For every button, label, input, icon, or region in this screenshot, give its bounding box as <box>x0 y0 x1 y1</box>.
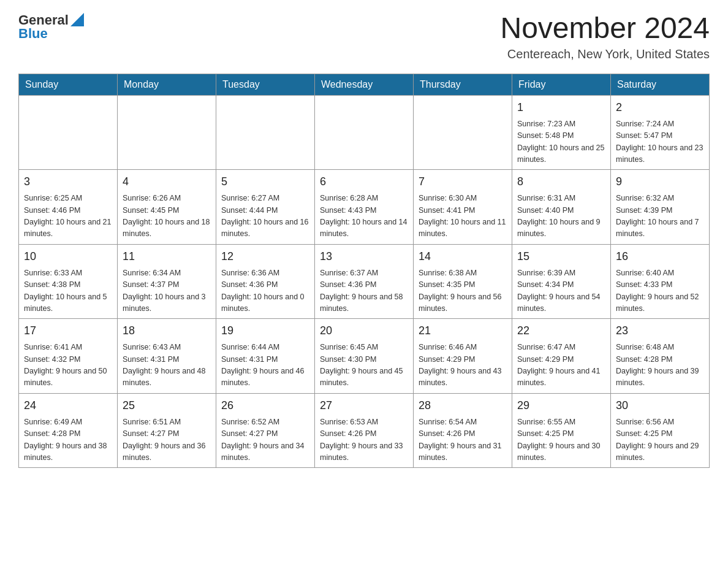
day-number: 2 <box>616 99 704 116</box>
column-header-wednesday: Wednesday <box>315 74 414 95</box>
calendar-cell: 30Sunrise: 6:56 AM Sunset: 4:25 PM Dayli… <box>611 393 710 468</box>
day-number: 10 <box>24 248 112 265</box>
day-number: 26 <box>221 397 309 414</box>
calendar-cell: 7Sunrise: 6:30 AM Sunset: 4:41 PM Daylig… <box>414 170 512 245</box>
calendar-cell: 18Sunrise: 6:43 AM Sunset: 4:31 PM Dayli… <box>118 319 216 394</box>
day-info: Sunrise: 6:34 AM Sunset: 4:37 PM Dayligh… <box>123 267 211 315</box>
day-number: 23 <box>616 323 704 339</box>
day-info: Sunrise: 6:31 AM Sunset: 4:40 PM Dayligh… <box>517 193 605 240</box>
day-info: Sunrise: 6:38 AM Sunset: 4:35 PM Dayligh… <box>419 267 507 315</box>
day-number: 19 <box>221 323 309 339</box>
day-info: Sunrise: 6:44 AM Sunset: 4:31 PM Dayligh… <box>221 342 309 389</box>
day-info: Sunrise: 6:36 AM Sunset: 4:36 PM Dayligh… <box>221 267 309 315</box>
day-info: Sunrise: 6:28 AM Sunset: 4:43 PM Dayligh… <box>320 193 408 240</box>
calendar-cell: 2Sunrise: 7:24 AM Sunset: 5:47 PM Daylig… <box>611 95 710 170</box>
calendar-week-row: 1Sunrise: 7:23 AM Sunset: 5:48 PM Daylig… <box>19 95 710 170</box>
day-info: Sunrise: 7:24 AM Sunset: 5:47 PM Dayligh… <box>616 118 704 166</box>
calendar-week-row: 3Sunrise: 6:25 AM Sunset: 4:46 PM Daylig… <box>19 170 710 245</box>
day-number: 20 <box>320 323 408 339</box>
day-info: Sunrise: 6:53 AM Sunset: 4:26 PM Dayligh… <box>320 416 408 464</box>
calendar-cell <box>19 95 118 170</box>
logo-blue-text: Blue <box>18 26 84 42</box>
day-number: 22 <box>517 323 605 339</box>
day-number: 27 <box>320 397 408 414</box>
day-info: Sunrise: 6:49 AM Sunset: 4:28 PM Dayligh… <box>24 416 112 464</box>
calendar-cell <box>216 95 315 170</box>
column-header-thursday: Thursday <box>414 74 512 95</box>
day-info: Sunrise: 6:30 AM Sunset: 4:41 PM Dayligh… <box>419 193 507 240</box>
calendar-cell: 28Sunrise: 6:54 AM Sunset: 4:26 PM Dayli… <box>414 393 512 468</box>
logo: General Blue <box>18 12 84 42</box>
column-header-tuesday: Tuesday <box>216 74 315 95</box>
day-number: 6 <box>320 174 408 190</box>
calendar-header-row: SundayMondayTuesdayWednesdayThursdayFrid… <box>19 74 710 95</box>
day-number: 13 <box>320 248 408 265</box>
day-info: Sunrise: 6:51 AM Sunset: 4:27 PM Dayligh… <box>123 416 211 464</box>
day-info: Sunrise: 6:37 AM Sunset: 4:36 PM Dayligh… <box>320 267 408 315</box>
day-number: 5 <box>221 174 309 190</box>
day-info: Sunrise: 7:23 AM Sunset: 5:48 PM Dayligh… <box>517 118 605 166</box>
day-number: 25 <box>123 397 211 414</box>
day-number: 3 <box>24 174 112 190</box>
calendar-cell: 22Sunrise: 6:47 AM Sunset: 4:29 PM Dayli… <box>512 319 611 394</box>
day-number: 15 <box>517 248 605 265</box>
calendar-cell: 17Sunrise: 6:41 AM Sunset: 4:32 PM Dayli… <box>19 319 118 394</box>
svg-marker-0 <box>70 13 84 26</box>
day-number: 30 <box>616 397 704 414</box>
calendar-week-row: 17Sunrise: 6:41 AM Sunset: 4:32 PM Dayli… <box>19 319 710 394</box>
day-number: 9 <box>616 174 704 190</box>
day-info: Sunrise: 6:47 AM Sunset: 4:29 PM Dayligh… <box>517 342 605 389</box>
day-number: 12 <box>221 248 309 265</box>
day-info: Sunrise: 6:26 AM Sunset: 4:45 PM Dayligh… <box>123 193 211 240</box>
day-number: 11 <box>123 248 211 265</box>
calendar-cell: 16Sunrise: 6:40 AM Sunset: 4:33 PM Dayli… <box>611 244 710 319</box>
day-number: 4 <box>123 174 211 190</box>
calendar-week-row: 10Sunrise: 6:33 AM Sunset: 4:38 PM Dayli… <box>19 244 710 319</box>
page-header: General Blue November 2024 Centereach, N… <box>18 12 710 61</box>
calendar-cell: 1Sunrise: 7:23 AM Sunset: 5:48 PM Daylig… <box>512 95 611 170</box>
calendar-cell: 5Sunrise: 6:27 AM Sunset: 4:44 PM Daylig… <box>216 170 315 245</box>
day-info: Sunrise: 6:55 AM Sunset: 4:25 PM Dayligh… <box>517 416 605 464</box>
day-number: 7 <box>419 174 507 190</box>
day-number: 8 <box>517 174 605 190</box>
day-number: 18 <box>123 323 211 339</box>
calendar-cell: 10Sunrise: 6:33 AM Sunset: 4:38 PM Dayli… <box>19 244 118 319</box>
day-number: 17 <box>24 323 112 339</box>
calendar-cell: 29Sunrise: 6:55 AM Sunset: 4:25 PM Dayli… <box>512 393 611 468</box>
day-info: Sunrise: 6:40 AM Sunset: 4:33 PM Dayligh… <box>616 267 704 315</box>
column-header-monday: Monday <box>118 74 216 95</box>
day-number: 28 <box>419 397 507 414</box>
calendar-cell: 14Sunrise: 6:38 AM Sunset: 4:35 PM Dayli… <box>414 244 512 319</box>
day-info: Sunrise: 6:52 AM Sunset: 4:27 PM Dayligh… <box>221 416 309 464</box>
calendar-cell <box>414 95 512 170</box>
day-info: Sunrise: 6:27 AM Sunset: 4:44 PM Dayligh… <box>221 193 309 240</box>
day-number: 29 <box>517 397 605 414</box>
day-info: Sunrise: 6:46 AM Sunset: 4:29 PM Dayligh… <box>419 342 507 389</box>
month-title: November 2024 <box>500 12 710 45</box>
day-number: 14 <box>419 248 507 265</box>
calendar-cell: 25Sunrise: 6:51 AM Sunset: 4:27 PM Dayli… <box>118 393 216 468</box>
day-info: Sunrise: 6:33 AM Sunset: 4:38 PM Dayligh… <box>24 267 112 315</box>
calendar-cell: 21Sunrise: 6:46 AM Sunset: 4:29 PM Dayli… <box>414 319 512 394</box>
calendar-cell: 15Sunrise: 6:39 AM Sunset: 4:34 PM Dayli… <box>512 244 611 319</box>
day-info: Sunrise: 6:54 AM Sunset: 4:26 PM Dayligh… <box>419 416 507 464</box>
calendar-cell: 19Sunrise: 6:44 AM Sunset: 4:31 PM Dayli… <box>216 319 315 394</box>
calendar-cell: 4Sunrise: 6:26 AM Sunset: 4:45 PM Daylig… <box>118 170 216 245</box>
day-info: Sunrise: 6:45 AM Sunset: 4:30 PM Dayligh… <box>320 342 408 389</box>
day-info: Sunrise: 6:32 AM Sunset: 4:39 PM Dayligh… <box>616 193 704 240</box>
calendar-cell: 12Sunrise: 6:36 AM Sunset: 4:36 PM Dayli… <box>216 244 315 319</box>
calendar-cell <box>315 95 414 170</box>
column-header-saturday: Saturday <box>611 74 710 95</box>
calendar-cell: 8Sunrise: 6:31 AM Sunset: 4:40 PM Daylig… <box>512 170 611 245</box>
location-subtitle: Centereach, New York, United States <box>500 47 710 61</box>
calendar-cell: 20Sunrise: 6:45 AM Sunset: 4:30 PM Dayli… <box>315 319 414 394</box>
calendar-cell: 11Sunrise: 6:34 AM Sunset: 4:37 PM Dayli… <box>118 244 216 319</box>
calendar-cell: 24Sunrise: 6:49 AM Sunset: 4:28 PM Dayli… <box>19 393 118 468</box>
logo-triangle-icon <box>70 13 84 26</box>
day-number: 24 <box>24 397 112 414</box>
day-info: Sunrise: 6:25 AM Sunset: 4:46 PM Dayligh… <box>24 193 112 240</box>
column-header-friday: Friday <box>512 74 611 95</box>
title-section: November 2024 Centereach, New York, Unit… <box>500 12 710 61</box>
column-header-sunday: Sunday <box>19 74 118 95</box>
calendar-cell: 26Sunrise: 6:52 AM Sunset: 4:27 PM Dayli… <box>216 393 315 468</box>
